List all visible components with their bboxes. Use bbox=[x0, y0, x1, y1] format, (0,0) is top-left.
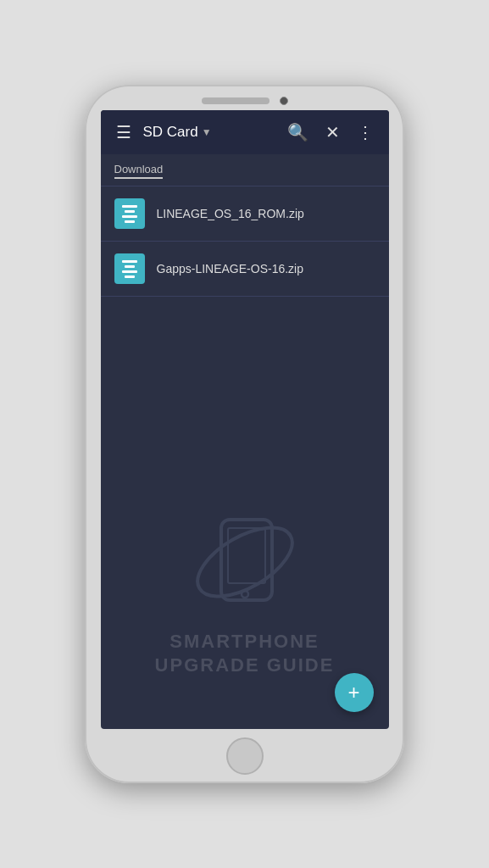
svg-rect-0 bbox=[221, 520, 272, 600]
search-icon[interactable]: 🔍 bbox=[284, 119, 312, 146]
zip-line-4 bbox=[125, 275, 135, 278]
zip-line-3 bbox=[122, 270, 137, 273]
zip-line-2 bbox=[125, 210, 135, 213]
menu-icon[interactable]: ☰ bbox=[113, 119, 135, 146]
current-path-label: Download bbox=[114, 163, 164, 179]
phone-top-bar bbox=[85, 85, 404, 110]
file-name: LINEAGE_OS_16_ROM.zip bbox=[157, 207, 304, 220]
more-options-icon[interactable]: ⋮ bbox=[353, 119, 377, 146]
file-icon-zip bbox=[114, 198, 145, 229]
zip-line-1 bbox=[122, 260, 137, 263]
speaker-grille bbox=[202, 97, 270, 104]
svg-point-3 bbox=[186, 514, 303, 610]
watermark-line2: UPGRADE GUIDE bbox=[155, 654, 335, 678]
zip-line-1 bbox=[122, 205, 137, 208]
toolbar-title-text: SD Card bbox=[143, 124, 198, 141]
zip-line-3 bbox=[122, 215, 137, 218]
watermark-phone-icon bbox=[186, 503, 304, 621]
dropdown-arrow-icon[interactable]: ▼ bbox=[202, 126, 212, 138]
svg-rect-1 bbox=[228, 528, 265, 583]
front-camera bbox=[280, 97, 288, 105]
toolbar-title: SD Card ▼ bbox=[143, 124, 275, 141]
file-name: Gapps-LINEAGE-OS-16.zip bbox=[157, 262, 304, 275]
svg-point-2 bbox=[242, 591, 248, 598]
phone-device: ☰ SD Card ▼ 🔍 ✕ ⋮ Download bbox=[85, 85, 404, 783]
zip-line-4 bbox=[125, 220, 135, 223]
phone-screen: ☰ SD Card ▼ 🔍 ✕ ⋮ Download bbox=[101, 110, 389, 729]
close-icon[interactable]: ✕ bbox=[322, 119, 343, 146]
toolbar-actions: 🔍 ✕ ⋮ bbox=[284, 119, 377, 146]
phone-bottom bbox=[85, 729, 404, 780]
file-list: LINEAGE_OS_16_ROM.zip Gapps-LINEAGE-OS-1… bbox=[101, 186, 389, 729]
toolbar: ☰ SD Card ▼ 🔍 ✕ ⋮ bbox=[101, 110, 389, 154]
watermark-area: SMARTPHONE UPGRADE GUIDE bbox=[101, 503, 389, 678]
watermark-line1: SMARTPHONE bbox=[169, 630, 319, 654]
fab-button[interactable]: + bbox=[335, 673, 374, 712]
zip-icon-graphic bbox=[122, 205, 137, 223]
file-item[interactable]: LINEAGE_OS_16_ROM.zip bbox=[101, 186, 389, 242]
zip-icon-graphic bbox=[122, 260, 137, 278]
path-bar: Download bbox=[101, 154, 389, 186]
home-button[interactable] bbox=[226, 737, 264, 775]
zip-line-2 bbox=[125, 265, 135, 268]
file-item[interactable]: Gapps-LINEAGE-OS-16.zip bbox=[101, 242, 389, 297]
file-icon-zip bbox=[114, 253, 145, 284]
